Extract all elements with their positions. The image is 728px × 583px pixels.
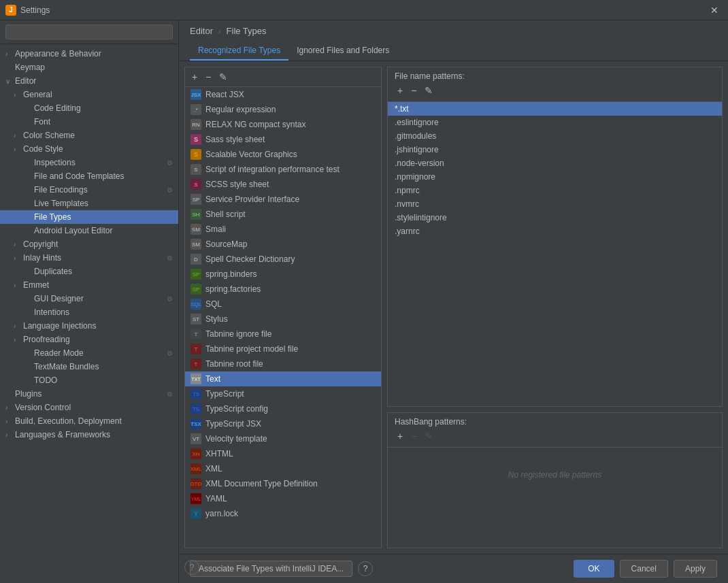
- sidebar-item-todo[interactable]: TODO: [0, 373, 178, 387]
- list-item[interactable]: SP spring.factories: [185, 282, 381, 297]
- sidebar-item-inspections[interactable]: Inspections ⚙: [0, 156, 178, 169]
- edit-pattern-button[interactable]: ✎: [422, 84, 435, 97]
- file-type-icon: TSX: [191, 418, 201, 429]
- list-item[interactable]: S Sass style sheet: [185, 132, 381, 147]
- file-type-icon: S: [191, 179, 201, 190]
- hashbang-patterns-list: No registered file patterns: [388, 448, 722, 548]
- sidebar-item-textmate[interactable]: TextMate Bundles: [0, 360, 178, 373]
- sidebar-item-languages[interactable]: › Languages & Frameworks: [0, 428, 178, 442]
- list-item[interactable]: SM Smali: [185, 222, 381, 237]
- sidebar-item-code-style[interactable]: › Code Style: [0, 142, 178, 156]
- list-item[interactable]: VT Velocity template: [185, 431, 381, 446]
- sidebar-item-reader-mode[interactable]: Reader Mode ⚙: [0, 346, 178, 360]
- list-item[interactable]: SQL SQL: [185, 297, 381, 312]
- sidebar-item-android-layout[interactable]: Android Layout Editor: [0, 224, 178, 237]
- arrow-icon: ›: [14, 132, 22, 139]
- list-item[interactable]: Y yarn.lock: [185, 506, 381, 521]
- list-item[interactable]: TS TypeScript: [185, 386, 381, 401]
- add-file-type-button[interactable]: +: [189, 70, 200, 84]
- remove-pattern-button[interactable]: −: [408, 84, 419, 97]
- file-name-patterns-panel: File name patterns: + − ✎ *.txt .eslinti…: [387, 67, 723, 407]
- sidebar-item-code-editing[interactable]: Code Editing: [0, 101, 178, 115]
- sidebar-item-plugins[interactable]: Plugins ⚙: [0, 387, 178, 401]
- list-item[interactable]: TSX TypeScript JSX: [185, 416, 381, 431]
- sidebar-item-file-types[interactable]: File Types: [0, 210, 178, 224]
- list-item[interactable]: .nvmrc: [388, 197, 722, 211]
- list-item[interactable]: S Script of integration performance test: [185, 162, 381, 177]
- list-item[interactable]: .stylelintignore: [388, 211, 722, 224]
- list-item[interactable]: SP Service Provider Interface: [185, 192, 381, 207]
- search-input[interactable]: [5, 24, 173, 39]
- sidebar-item-color-scheme[interactable]: › Color Scheme: [0, 129, 178, 142]
- list-item[interactable]: .npmignore: [388, 170, 722, 184]
- list-item[interactable]: S Scalable Vector Graphics: [185, 147, 381, 162]
- sidebar-tree: › Appearance & Behavior Keymap ∨ Editor …: [0, 44, 178, 583]
- associate-button[interactable]: Associate File Types with IntelliJ IDEA.…: [190, 561, 352, 577]
- list-item[interactable]: S SCSS style sheet: [185, 177, 381, 192]
- list-item[interactable]: .jshintignore: [388, 143, 722, 156]
- cancel-button[interactable]: Cancel: [620, 560, 668, 578]
- remove-file-type-button[interactable]: −: [203, 70, 214, 84]
- global-help-button[interactable]: ?: [184, 560, 199, 575]
- sidebar-item-proofreading[interactable]: › Proofreading: [0, 333, 178, 346]
- file-type-icon: DTD: [191, 478, 201, 489]
- help-button[interactable]: ?: [358, 561, 373, 576]
- remove-hashbang-button[interactable]: −: [408, 429, 419, 443]
- file-type-icon: SP: [191, 284, 201, 295]
- sidebar-item-editor[interactable]: ∨ Editor: [0, 74, 178, 88]
- list-item[interactable]: .* Regular expression: [185, 102, 381, 117]
- list-item[interactable]: TS TypeScript config: [185, 401, 381, 416]
- list-item[interactable]: *.txt: [388, 102, 722, 116]
- list-item[interactable]: YML YAML: [185, 491, 381, 506]
- edit-file-type-button[interactable]: ✎: [216, 70, 230, 84]
- list-item[interactable]: SH Shell script: [185, 207, 381, 222]
- sidebar-item-general[interactable]: › General: [0, 88, 178, 101]
- sidebar-item-intentions[interactable]: Intentions: [0, 305, 178, 319]
- ok-button[interactable]: OK: [574, 560, 614, 578]
- sidebar-item-file-code-templates[interactable]: File and Code Templates: [0, 169, 178, 183]
- list-item[interactable]: SM SourceMap: [185, 237, 381, 252]
- list-item[interactable]: RN RELAX NG compact syntax: [185, 117, 381, 132]
- app-icon: J: [5, 5, 16, 16]
- list-item[interactable]: JSX React JSX: [185, 87, 381, 102]
- sidebar-item-emmet[interactable]: › Emmet: [0, 278, 178, 292]
- list-item[interactable]: XH XHTML: [185, 446, 381, 461]
- file-type-icon: TS: [191, 388, 201, 399]
- list-item[interactable]: .node-version: [388, 156, 722, 170]
- sidebar-item-live-templates[interactable]: Live Templates: [0, 197, 178, 210]
- list-item[interactable]: T Tabnine project model file: [185, 342, 381, 356]
- file-type-icon: SQL: [191, 299, 201, 310]
- apply-button[interactable]: Apply: [674, 560, 717, 578]
- sidebar-item-version-control[interactable]: › Version Control: [0, 401, 178, 414]
- list-item[interactable]: T Tabnine root file: [185, 356, 381, 371]
- list-item[interactable]: SP spring.binders: [185, 267, 381, 282]
- sidebar-item-keymap[interactable]: Keymap: [0, 61, 178, 74]
- list-item[interactable]: .eslintignore: [388, 116, 722, 129]
- close-button[interactable]: ✕: [706, 3, 723, 17]
- sidebar-item-file-encodings[interactable]: File Encodings ⚙: [0, 183, 178, 197]
- list-item[interactable]: .yarnrc: [388, 224, 722, 238]
- sidebar-item-appearance[interactable]: › Appearance & Behavior: [0, 47, 178, 61]
- sidebar-item-language-injections[interactable]: › Language Injections: [0, 319, 178, 333]
- list-item[interactable]: DTD XML Document Type Definition: [185, 476, 381, 491]
- edit-hashbang-button[interactable]: ✎: [422, 429, 435, 443]
- list-item[interactable]: T Tabnine ignore file: [185, 327, 381, 342]
- list-item[interactable]: D Spell Checker Dictionary: [185, 252, 381, 267]
- sidebar-item-gui-designer[interactable]: GUI Designer ⚙: [0, 292, 178, 305]
- list-item[interactable]: TXT Text: [185, 371, 381, 386]
- file-name-patterns-header: File name patterns: + − ✎: [388, 67, 722, 102]
- sidebar-item-build[interactable]: › Build, Execution, Deployment: [0, 414, 178, 428]
- sidebar-item-copyright[interactable]: › Copyright: [0, 237, 178, 251]
- list-item[interactable]: ST Stylus: [185, 312, 381, 327]
- tab-recognized[interactable]: Recognized File Types: [190, 41, 288, 61]
- list-item[interactable]: XML XML: [185, 461, 381, 476]
- sidebar-item-inlay-hints[interactable]: › Inlay Hints ⚙: [0, 251, 178, 265]
- add-hashbang-button[interactable]: +: [395, 429, 406, 443]
- add-pattern-button[interactable]: +: [395, 84, 406, 97]
- hashbang-patterns-header: HashBang patterns: + − ✎: [388, 413, 722, 448]
- list-item[interactable]: .npmrc: [388, 184, 722, 197]
- tab-ignored[interactable]: Ignored Files and Folders: [288, 41, 397, 61]
- sidebar-item-duplicates[interactable]: Duplicates: [0, 265, 178, 278]
- sidebar-item-font[interactable]: Font: [0, 115, 178, 129]
- list-item[interactable]: .gitmodules: [388, 129, 722, 143]
